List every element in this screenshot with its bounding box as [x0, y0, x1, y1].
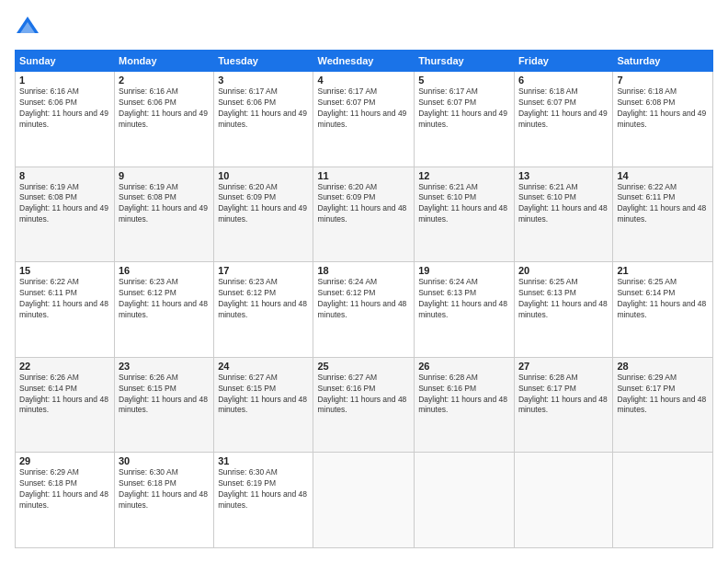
- calendar-day-header: Tuesday: [214, 51, 313, 72]
- calendar-cell: [613, 453, 713, 548]
- day-number: 21: [617, 265, 709, 276]
- day-info: Sunrise: 6:22 AMSunset: 6:11 PMDaylight:…: [617, 182, 706, 224]
- calendar-day-header: Saturday: [613, 51, 713, 72]
- calendar-cell: 30Sunrise: 6:30 AMSunset: 6:18 PMDayligh…: [115, 453, 214, 548]
- day-number: 23: [119, 361, 210, 372]
- calendar-cell: 9Sunrise: 6:19 AMSunset: 6:08 PMDaylight…: [115, 167, 214, 262]
- calendar-cell: 20Sunrise: 6:25 AMSunset: 6:13 PMDayligh…: [514, 262, 612, 358]
- day-info: Sunrise: 6:25 AMSunset: 6:14 PMDaylight:…: [617, 277, 706, 319]
- day-info: Sunrise: 6:27 AMSunset: 6:16 PMDaylight:…: [317, 373, 406, 415]
- day-info: Sunrise: 6:18 AMSunset: 6:08 PMDaylight:…: [617, 86, 706, 129]
- day-number: 4: [317, 75, 410, 86]
- day-number: 5: [418, 75, 510, 86]
- day-info: Sunrise: 6:25 AMSunset: 6:13 PMDaylight:…: [518, 277, 608, 319]
- day-number: 26: [418, 361, 510, 372]
- day-number: 30: [119, 455, 210, 466]
- day-number: 3: [218, 75, 309, 86]
- day-info: Sunrise: 6:24 AMSunset: 6:12 PMDaylight:…: [317, 277, 406, 319]
- calendar-week-row: 22Sunrise: 6:26 AMSunset: 6:14 PMDayligh…: [16, 357, 713, 453]
- calendar-cell: 12Sunrise: 6:21 AMSunset: 6:10 PMDayligh…: [415, 167, 515, 262]
- calendar-cell: 16Sunrise: 6:23 AMSunset: 6:12 PMDayligh…: [115, 262, 214, 358]
- calendar-day-header: Wednesday: [313, 51, 415, 72]
- day-info: Sunrise: 6:22 AMSunset: 6:11 PMDaylight:…: [19, 277, 108, 319]
- day-number: 24: [218, 361, 309, 372]
- calendar-cell: 29Sunrise: 6:29 AMSunset: 6:18 PMDayligh…: [16, 453, 115, 548]
- calendar-cell: 13Sunrise: 6:21 AMSunset: 6:10 PMDayligh…: [514, 167, 612, 262]
- day-info: Sunrise: 6:30 AMSunset: 6:19 PMDaylight:…: [218, 467, 307, 510]
- calendar-cell: [415, 453, 515, 548]
- calendar-day-header: Thursday: [415, 51, 515, 72]
- day-number: 2: [119, 75, 210, 86]
- day-info: Sunrise: 6:18 AMSunset: 6:07 PMDaylight:…: [518, 86, 608, 129]
- day-number: 16: [119, 265, 210, 276]
- calendar-cell: 11Sunrise: 6:20 AMSunset: 6:09 PMDayligh…: [313, 167, 415, 262]
- logo: [15, 15, 44, 40]
- calendar-cell: 18Sunrise: 6:24 AMSunset: 6:12 PMDayligh…: [313, 262, 415, 358]
- day-number: 18: [317, 265, 410, 276]
- day-info: Sunrise: 6:16 AMSunset: 6:06 PMDaylight:…: [119, 86, 208, 129]
- calendar-week-row: 29Sunrise: 6:29 AMSunset: 6:18 PMDayligh…: [16, 453, 713, 548]
- day-number: 25: [317, 361, 410, 372]
- day-number: 15: [19, 265, 110, 276]
- calendar-cell: 5Sunrise: 6:17 AMSunset: 6:07 PMDaylight…: [415, 72, 515, 167]
- day-number: 6: [518, 75, 609, 86]
- calendar-day-header: Friday: [514, 51, 612, 72]
- day-number: 7: [617, 75, 709, 86]
- day-info: Sunrise: 6:30 AMSunset: 6:18 PMDaylight:…: [119, 467, 208, 510]
- logo-icon: [15, 15, 40, 40]
- calendar-cell: 25Sunrise: 6:27 AMSunset: 6:16 PMDayligh…: [313, 357, 415, 453]
- day-number: 9: [119, 170, 210, 181]
- calendar-cell: 22Sunrise: 6:26 AMSunset: 6:14 PMDayligh…: [16, 357, 115, 453]
- day-info: Sunrise: 6:23 AMSunset: 6:12 PMDaylight:…: [218, 277, 307, 319]
- day-info: Sunrise: 6:21 AMSunset: 6:10 PMDaylight:…: [518, 182, 608, 224]
- day-number: 31: [218, 455, 309, 466]
- calendar-day-header: Sunday: [16, 51, 115, 72]
- day-info: Sunrise: 6:17 AMSunset: 6:07 PMDaylight:…: [418, 86, 507, 129]
- day-number: 14: [617, 170, 709, 181]
- calendar-week-row: 15Sunrise: 6:22 AMSunset: 6:11 PMDayligh…: [16, 262, 713, 358]
- day-info: Sunrise: 6:17 AMSunset: 6:07 PMDaylight:…: [317, 86, 406, 129]
- calendar-cell: 31Sunrise: 6:30 AMSunset: 6:19 PMDayligh…: [214, 453, 313, 548]
- day-info: Sunrise: 6:16 AMSunset: 6:06 PMDaylight:…: [19, 86, 108, 129]
- day-number: 17: [218, 265, 309, 276]
- calendar-cell: 19Sunrise: 6:24 AMSunset: 6:13 PMDayligh…: [415, 262, 515, 358]
- day-info: Sunrise: 6:23 AMSunset: 6:12 PMDaylight:…: [119, 277, 208, 319]
- day-number: 10: [218, 170, 309, 181]
- calendar-cell: 8Sunrise: 6:19 AMSunset: 6:08 PMDaylight…: [16, 167, 115, 262]
- day-info: Sunrise: 6:29 AMSunset: 6:18 PMDaylight:…: [19, 467, 108, 510]
- calendar-cell: 14Sunrise: 6:22 AMSunset: 6:11 PMDayligh…: [613, 167, 713, 262]
- calendar-week-row: 8Sunrise: 6:19 AMSunset: 6:08 PMDaylight…: [16, 167, 713, 262]
- day-info: Sunrise: 6:26 AMSunset: 6:15 PMDaylight:…: [119, 373, 208, 415]
- calendar-cell: [514, 453, 612, 548]
- day-info: Sunrise: 6:19 AMSunset: 6:08 PMDaylight:…: [19, 182, 108, 224]
- calendar-cell: 10Sunrise: 6:20 AMSunset: 6:09 PMDayligh…: [214, 167, 313, 262]
- calendar-cell: 3Sunrise: 6:17 AMSunset: 6:06 PMDaylight…: [214, 72, 313, 167]
- day-info: Sunrise: 6:26 AMSunset: 6:14 PMDaylight:…: [19, 373, 108, 415]
- page: SundayMondayTuesdayWednesdayThursdayFrid…: [0, 0, 728, 563]
- header: [15, 15, 713, 40]
- day-info: Sunrise: 6:24 AMSunset: 6:13 PMDaylight:…: [418, 277, 507, 319]
- calendar-cell: 23Sunrise: 6:26 AMSunset: 6:15 PMDayligh…: [115, 357, 214, 453]
- day-info: Sunrise: 6:28 AMSunset: 6:16 PMDaylight:…: [418, 373, 507, 415]
- day-number: 8: [19, 170, 110, 181]
- calendar-cell: 27Sunrise: 6:28 AMSunset: 6:17 PMDayligh…: [514, 357, 612, 453]
- day-number: 29: [19, 455, 110, 466]
- day-info: Sunrise: 6:19 AMSunset: 6:08 PMDaylight:…: [119, 182, 208, 224]
- calendar-day-header: Monday: [115, 51, 214, 72]
- day-number: 27: [518, 361, 609, 372]
- calendar-table: SundayMondayTuesdayWednesdayThursdayFrid…: [15, 50, 713, 548]
- calendar-cell: [313, 453, 415, 548]
- day-number: 20: [518, 265, 609, 276]
- day-number: 19: [418, 265, 510, 276]
- calendar-cell: 6Sunrise: 6:18 AMSunset: 6:07 PMDaylight…: [514, 72, 612, 167]
- day-info: Sunrise: 6:21 AMSunset: 6:10 PMDaylight:…: [418, 182, 507, 224]
- calendar-cell: 17Sunrise: 6:23 AMSunset: 6:12 PMDayligh…: [214, 262, 313, 358]
- day-info: Sunrise: 6:20 AMSunset: 6:09 PMDaylight:…: [218, 182, 307, 224]
- day-info: Sunrise: 6:29 AMSunset: 6:17 PMDaylight:…: [617, 373, 706, 415]
- day-number: 28: [617, 361, 709, 372]
- day-number: 22: [19, 361, 110, 372]
- day-number: 1: [19, 75, 110, 86]
- calendar-cell: 28Sunrise: 6:29 AMSunset: 6:17 PMDayligh…: [613, 357, 713, 453]
- calendar-header-row: SundayMondayTuesdayWednesdayThursdayFrid…: [16, 51, 713, 72]
- day-number: 11: [317, 170, 410, 181]
